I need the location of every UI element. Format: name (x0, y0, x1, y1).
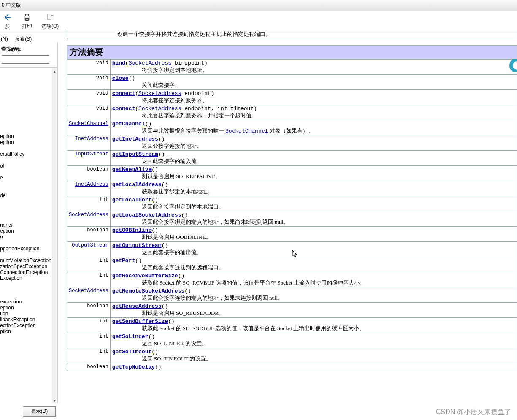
tab-search2[interactable]: 搜索(S) (15, 36, 32, 42)
type-link[interactable]: InputStream (75, 151, 108, 157)
index-item[interactable] (0, 74, 52, 80)
method-return-type: void (67, 75, 111, 90)
index-item[interactable] (0, 122, 52, 127)
options-button[interactable]: 选项(O) (41, 13, 59, 30)
type-link[interactable]: SocketAddress (129, 60, 171, 66)
method-name-link[interactable]: getPort (112, 257, 135, 264)
method-name-link[interactable]: getLocalPort (112, 197, 152, 203)
index-item[interactable] (0, 210, 52, 216)
index-item[interactable] (0, 216, 52, 222)
index-item[interactable]: eption (0, 305, 52, 311)
scrollbar[interactable]: ▴ ▾ (52, 68, 57, 403)
method-name-link[interactable]: getSoTimeout (112, 349, 152, 355)
index-item[interactable]: ol (0, 163, 52, 169)
method-row: intgetPort()返回此套接字连接到的远程端口。 (67, 257, 517, 272)
method-description: 将套接字绑定到本地地址。 (112, 66, 515, 74)
method-name-link[interactable]: connect (112, 90, 135, 97)
index-item[interactable] (0, 287, 52, 293)
index-item[interactable]: zationSpecException (0, 263, 52, 269)
type-link[interactable]: SocketAddress (69, 212, 108, 218)
type-link[interactable]: SocketAddress (138, 106, 181, 112)
method-cell: getOOBInline()测试是否启用 OOBINLINE。 (110, 227, 517, 242)
method-name-link[interactable]: getChannel (112, 121, 145, 127)
type-link[interactable]: SocketAddress (138, 90, 181, 97)
index-item[interactable] (0, 127, 52, 133)
index-item[interactable]: tion (0, 311, 52, 317)
index-item[interactable] (0, 145, 52, 151)
index-item[interactable]: eption (0, 133, 52, 139)
type-link[interactable]: SocketChannel (225, 128, 268, 134)
type-link[interactable]: OutputStream (72, 242, 108, 248)
method-name-link[interactable]: close (112, 75, 129, 81)
index-item[interactable]: e (0, 175, 52, 181)
method-name-link[interactable]: getSoLinger (112, 333, 149, 340)
tab-n2[interactable]: (N) (1, 36, 8, 42)
index-item[interactable] (0, 240, 52, 246)
index-item[interactable] (0, 157, 52, 163)
index-item[interactable] (0, 110, 52, 116)
type-link[interactable]: InetAddress (75, 182, 108, 187)
index-item[interactable] (0, 80, 52, 86)
index-item[interactable] (0, 169, 52, 175)
scroll-down-icon[interactable]: ▾ (52, 397, 57, 403)
type-link[interactable]: SocketAddress (69, 288, 108, 294)
back-button[interactable]: 步 (3, 13, 13, 30)
index-item[interactable] (0, 198, 52, 204)
index-item[interactable]: Exception (0, 275, 52, 281)
method-return-type: OutputStream (67, 242, 111, 257)
method-name-link[interactable]: getOutputStream (112, 242, 162, 249)
method-description: 测试是否启用 SO_REUSEADDR。 (112, 309, 515, 317)
method-name-link[interactable]: connect (112, 106, 135, 112)
index-item[interactable]: ectionException (0, 322, 52, 328)
index-item[interactable] (0, 252, 52, 257)
index-item[interactable]: exception (0, 299, 52, 305)
method-name-link[interactable]: getRemoteSocketAddress (112, 288, 185, 294)
index-item[interactable] (0, 98, 52, 104)
type-link[interactable]: InetAddress (75, 136, 108, 142)
method-description: 返回此套接字的输出流。 (112, 249, 515, 256)
index-item[interactable]: raintViolationException (0, 257, 52, 263)
index-item[interactable]: ption (0, 328, 52, 334)
index-item[interactable] (0, 281, 52, 287)
method-cell: getChannel()返回与此数据报套接字关联的唯一 SocketChanne… (110, 120, 517, 135)
method-name-link[interactable]: getSendBufferSize (112, 318, 168, 325)
index-item[interactable]: eption (0, 228, 52, 234)
method-name-link[interactable]: bind (112, 60, 125, 66)
index-item[interactable]: llbackException (0, 317, 52, 322)
index-item[interactable] (0, 181, 52, 187)
index-item[interactable] (0, 187, 52, 192)
index-item[interactable]: del (0, 192, 52, 198)
index-item[interactable] (0, 104, 52, 110)
index-item[interactable]: n (0, 234, 52, 240)
method-row: intgetLocalPort()返回此套接字绑定到的本地端口。 (67, 196, 517, 211)
method-name-link[interactable]: getInputStream (112, 151, 158, 157)
search-input[interactable] (2, 55, 49, 64)
index-item[interactable]: eption (0, 139, 52, 145)
print-button[interactable]: 打印 (22, 13, 32, 30)
method-name-link[interactable]: getLocalAddress (112, 182, 162, 188)
index-item[interactable] (0, 68, 52, 74)
method-name-link[interactable]: getReceiveBufferSize (112, 273, 178, 279)
index-item[interactable]: pportedException (0, 246, 52, 252)
index-item[interactable] (0, 86, 52, 92)
index-item[interactable] (0, 116, 52, 122)
scroll-up-icon[interactable]: ▴ (52, 68, 57, 74)
method-name-link[interactable]: getKeepAlive (112, 166, 152, 173)
method-summary-table: voidbind(SocketAddress bindpoint)将套接字绑定到… (67, 59, 517, 371)
index-item[interactable]: ersalPolicy (0, 151, 52, 157)
method-name-link[interactable]: getTcpNoDelay (112, 364, 155, 370)
index-item[interactable]: raints (0, 222, 52, 228)
index-item[interactable] (0, 92, 52, 98)
index-item[interactable] (0, 293, 52, 299)
method-name-link[interactable]: getOOBInline (112, 227, 152, 233)
method-name-link[interactable]: getLocalSocketAddress (112, 212, 181, 218)
method-name-link[interactable]: getInetAddress (112, 136, 158, 142)
type-link[interactable]: SocketChannel (69, 121, 108, 127)
method-cell: getInputStream()返回此套接字的输入流。 (110, 151, 517, 166)
method-return-type: InputStream (67, 151, 111, 166)
method-name-link[interactable]: getReuseAddress (112, 303, 162, 309)
index-item[interactable]: ConnectionException (0, 269, 52, 275)
index-list[interactable]: eptioneptionersalPolicyoledelraintseptio… (0, 67, 57, 403)
display-button[interactable]: 显示(D) (23, 406, 56, 417)
index-item[interactable] (0, 204, 52, 210)
